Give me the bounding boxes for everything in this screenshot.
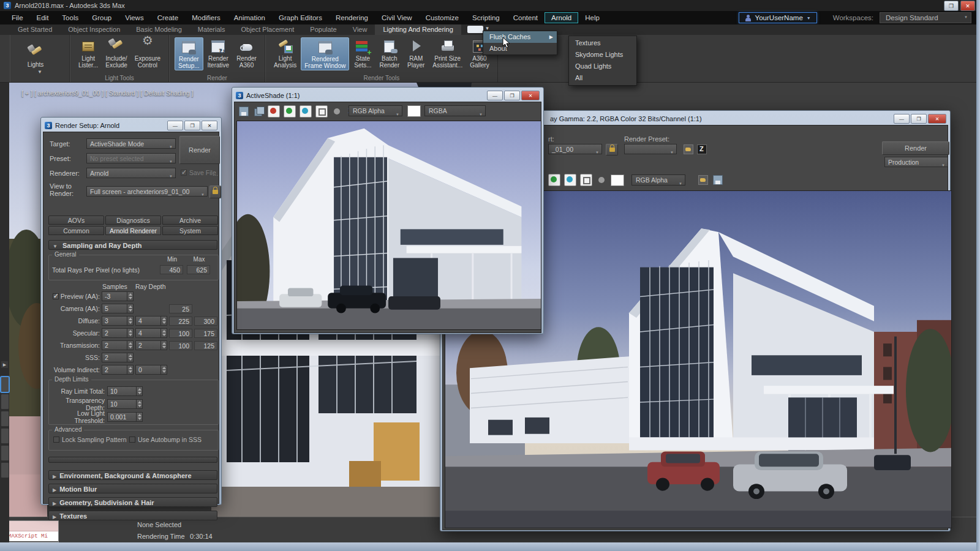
arnold-submenu-skydome-lights[interactable]: Skydome Lights xyxy=(569,49,636,61)
menu-file[interactable]: File xyxy=(5,12,30,23)
menu-modifiers[interactable]: Modifiers xyxy=(185,12,227,23)
monochrome-channel-button[interactable] xyxy=(331,106,342,117)
rendered-frame-window-button[interactable]: Rendered Frame Window xyxy=(301,37,349,70)
preset-dropdown[interactable]: No preset selected xyxy=(86,153,176,163)
spinner-down-icon[interactable] xyxy=(137,391,142,395)
clone-icon[interactable] xyxy=(253,106,264,117)
render-setup-minimize-button[interactable]: — xyxy=(167,121,183,130)
preview-aa-checkbox[interactable] xyxy=(53,293,59,299)
spinner-down-icon[interactable] xyxy=(127,345,133,350)
spinner-down-icon[interactable] xyxy=(127,333,133,337)
spinner-up-icon[interactable] xyxy=(161,365,167,370)
ram-player-button[interactable]: RAM Player xyxy=(404,37,428,69)
green-channel-button[interactable] xyxy=(284,105,296,118)
spinner-up-icon[interactable] xyxy=(127,365,133,370)
arnold-submenu-all[interactable]: All xyxy=(569,72,636,84)
viewport-layout-tab[interactable] xyxy=(1,411,9,427)
maxscript-mini-listener[interactable]: MAXScript Mi xyxy=(6,520,59,542)
arnold-submenu-textures[interactable]: Textures xyxy=(569,37,636,49)
spinner-up-icon[interactable] xyxy=(127,353,133,358)
sampling-rollout-header[interactable]: ▼ Sampling and Ray Depth xyxy=(48,240,217,250)
rfw-mode-dropdown[interactable]: Production xyxy=(884,157,948,167)
render-iterative-button[interactable]: Render Iterative xyxy=(205,37,233,69)
viewport-layout-tab[interactable] xyxy=(1,445,9,461)
activeshade-close-button[interactable]: ✕ xyxy=(521,91,540,100)
render-setup-button[interactable]: Render Setup... xyxy=(175,37,203,70)
ray-depth-spinner[interactable]: 2 xyxy=(135,340,167,350)
render-setup-tab-aovs[interactable]: AOVs xyxy=(48,216,104,225)
ribbon-tab-populate[interactable]: Populate xyxy=(302,24,344,35)
spinner-up-icon[interactable] xyxy=(127,292,133,296)
light-lister-button[interactable]: Light Lister... xyxy=(75,37,101,69)
ray-depth-spinner[interactable]: 4 xyxy=(135,316,167,326)
spinner-up-icon[interactable] xyxy=(161,329,167,333)
rfw-close-button[interactable]: ✕ xyxy=(928,114,946,124)
user-account-menu[interactable]: YourUserName ▼ xyxy=(739,12,817,23)
spinner-down-icon[interactable] xyxy=(127,296,133,301)
background-color-swatch[interactable] xyxy=(407,105,421,117)
ribbon-tab-materials[interactable]: Materials xyxy=(190,24,233,35)
spinner-up-icon[interactable] xyxy=(127,304,133,309)
menu-views[interactable]: Views xyxy=(118,12,150,23)
rfw-render-preset-dropdown[interactable] xyxy=(624,144,677,154)
spinner-down-icon[interactable] xyxy=(127,309,133,313)
print-size-assistant-button[interactable]: Print Size Assistant... xyxy=(429,37,466,69)
render-button[interactable]: Render xyxy=(179,136,220,164)
activeshade-channel-dropdown[interactable]: RGB Alpha xyxy=(349,105,402,116)
spinner-up-icon[interactable] xyxy=(161,341,167,345)
samples-spinner[interactable]: 2 xyxy=(102,353,134,362)
exposure-control-button[interactable]: Exposure Control xyxy=(132,37,164,69)
rfw-lock-view-button[interactable] xyxy=(606,144,618,156)
spinner-down-icon[interactable] xyxy=(161,321,167,325)
ray-limit-total-spinner[interactable]: 10 xyxy=(107,386,143,396)
renderer-dropdown[interactable]: Arnold xyxy=(86,168,176,178)
clone-rendered-frame-icon[interactable] xyxy=(683,144,694,155)
render-a360-button[interactable]: Render A360 xyxy=(233,37,260,69)
render-setup-close-button[interactable]: ✕ xyxy=(202,121,217,130)
spinner-down-icon[interactable] xyxy=(137,404,142,408)
low-light-threshold-spinner[interactable]: 0.001 xyxy=(107,412,143,422)
save-file-checkbox[interactable]: Save File xyxy=(181,169,216,176)
activeshade-format-dropdown[interactable]: RGBA xyxy=(424,105,486,116)
spinner-down-icon[interactable] xyxy=(161,333,167,337)
rollout-motion-blur[interactable]: ▶Motion Blur xyxy=(48,484,217,493)
ribbon-tab-lighting-and-rendering[interactable]: Lighting And Rendering xyxy=(375,24,461,35)
ray-depth-spinner[interactable]: 4 xyxy=(135,328,167,338)
green-channel-button[interactable] xyxy=(548,174,560,186)
menu-animation[interactable]: Animation xyxy=(227,12,272,23)
arnold-submenu-quad-lights[interactable]: Quad Lights xyxy=(569,61,636,72)
spinner-up-icon[interactable] xyxy=(127,341,133,345)
tab-column-expand-icon[interactable]: ▶ xyxy=(1,361,8,368)
alpha-channel-button[interactable] xyxy=(580,174,592,186)
spinner-up-icon[interactable] xyxy=(137,400,142,404)
spinner-down-icon[interactable] xyxy=(127,370,133,374)
target-dropdown[interactable]: ActiveShade Mode xyxy=(86,138,176,149)
render-setup-titlebar[interactable]: 3 Render Setup: Arnold — ❐ ✕ xyxy=(43,119,219,132)
app-close-button[interactable]: ✕ xyxy=(960,1,975,11)
menu-customize[interactable]: Customize xyxy=(419,12,466,23)
state-sets-button[interactable]: State Sets... xyxy=(350,37,375,69)
lock-sampling-pattern-checkbox[interactable]: Lock Sampling Pattern xyxy=(53,436,127,443)
spinner-down-icon[interactable] xyxy=(137,417,142,421)
render-setup-maximize-button[interactable]: ❐ xyxy=(184,121,200,130)
rfw-channel-dropdown[interactable]: RGB Alpha xyxy=(631,174,685,186)
batch-render-button[interactable]: Batch Render xyxy=(376,37,402,69)
alpha-channel-button[interactable] xyxy=(315,105,328,118)
spinner-up-icon[interactable] xyxy=(137,387,142,391)
save-file-browse-button[interactable]: ... xyxy=(213,170,218,177)
transparency-depth-spinner[interactable]: 10 xyxy=(107,399,143,409)
ribbon-tab-basic-modeling[interactable]: Basic Modeling xyxy=(128,24,190,35)
spinner-up-icon[interactable] xyxy=(137,413,142,417)
spinner-down-icon[interactable] xyxy=(161,345,167,350)
spinner-up-icon[interactable] xyxy=(127,317,133,321)
rollout-environment-background-atmosphere[interactable]: ▶Environment, Background & Atmosphere xyxy=(48,470,217,480)
rfw-render-button[interactable]: Render xyxy=(882,141,949,155)
ribbon-options-icon[interactable] xyxy=(467,26,483,33)
samples-spinner[interactable]: 2 xyxy=(102,340,134,350)
spinner-up-icon[interactable] xyxy=(161,317,167,321)
ribbon-tab-object-inspection[interactable]: Object Inspection xyxy=(60,24,128,35)
samples-spinner[interactable]: -3 xyxy=(102,291,134,301)
ribbon-tab-view[interactable]: View xyxy=(345,24,375,35)
render-setup-tab-common[interactable]: Common xyxy=(48,226,104,235)
viewport-layout-tab[interactable] xyxy=(1,377,9,392)
